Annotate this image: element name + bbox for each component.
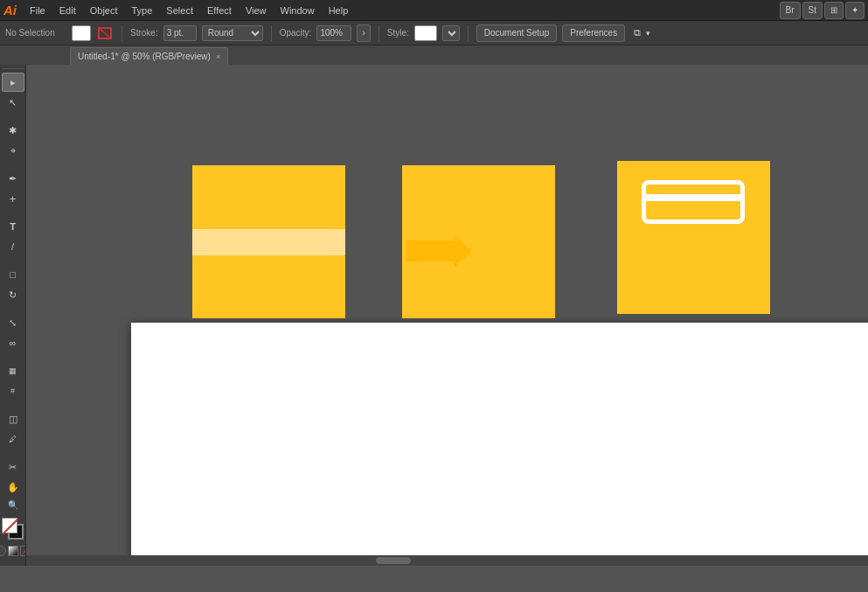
stroke-label: Stroke:: [130, 28, 158, 38]
menu-help[interactable]: Help: [323, 3, 355, 17]
menu-object[interactable]: Object: [84, 3, 124, 17]
sep4: [468, 25, 469, 41]
selection-tools: ▸ ↖: [2, 73, 24, 112]
blend-tool[interactable]: ∞: [2, 333, 24, 352]
menu-view[interactable]: View: [240, 3, 273, 17]
arrow-head: [455, 235, 472, 267]
opacity-expand-btn[interactable]: ›: [357, 24, 370, 42]
menubar: Ai File Edit Object Type Select Effect V…: [0, 0, 868, 21]
no-selection-label: No Selection: [5, 28, 66, 38]
menu-file[interactable]: File: [24, 3, 52, 17]
horizontal-scrollbar[interactable]: [26, 555, 868, 566]
add-anchor-tool[interactable]: +: [2, 189, 24, 208]
stock-btn[interactable]: St: [802, 2, 823, 19]
pen-tools: ✒ +: [2, 169, 24, 208]
scissors-tool[interactable]: ✂: [2, 457, 24, 477]
hand-tool[interactable]: ✋: [2, 477, 24, 497]
stroke-icon[interactable]: [96, 25, 114, 41]
gradient-mode-btn[interactable]: [8, 546, 18, 556]
lasso-tool[interactable]: ⌖: [2, 141, 24, 160]
card1-stripe: [192, 229, 345, 255]
rotate-tool[interactable]: ↻: [2, 285, 24, 304]
line-tool[interactable]: /: [2, 237, 24, 256]
transform-tools: ⤡ ∞: [2, 313, 24, 352]
bridge-btn[interactable]: Br: [780, 2, 801, 19]
type-tool[interactable]: T: [2, 217, 24, 236]
mesh-tool[interactable]: #: [2, 381, 24, 400]
graph-tools: ▦ #: [2, 361, 24, 400]
card2-arrow: [406, 235, 472, 267]
opacity-input[interactable]: [316, 25, 351, 41]
main-area: ▸ ↖ ✱ ⌖ ✒ + T / □ ↻ ⤡ ∞ ▦ #: [0, 65, 868, 566]
artboard-tool[interactable]: ⧉: [2, 563, 24, 566]
stroke-type-select[interactable]: Round Miter Bevel: [202, 25, 263, 41]
menu-edit[interactable]: Edit: [53, 3, 82, 17]
color-tools: ◫ 🖊: [2, 409, 24, 449]
svg-line-2: [3, 519, 18, 534]
tab-title: Untitled-1* @ 50% (RGB/Preview): [78, 52, 211, 61]
shape-tools: □ ↻: [2, 265, 24, 304]
fg-swatch[interactable]: [2, 518, 17, 533]
arrange-icon[interactable]: ⧉: [634, 27, 641, 38]
tab-bar: Untitled-1* @ 50% (RGB/Preview) ×: [0, 45, 868, 65]
sep3: [378, 25, 379, 41]
sep1: [122, 25, 122, 41]
document-tab[interactable]: Untitled-1* @ 50% (RGB/Preview) ×: [70, 47, 228, 65]
none-mode-btn[interactable]: [0, 546, 6, 556]
stock-label: St: [809, 5, 816, 15]
menu-window[interactable]: Window: [274, 3, 321, 17]
hscroll-thumb[interactable]: [376, 557, 411, 564]
column-graph-tool[interactable]: ▦: [2, 361, 24, 380]
svg-line-1: [99, 28, 111, 38]
card1[interactable]: [192, 165, 345, 318]
bridge-label: Br: [786, 5, 795, 15]
type-tools: T /: [2, 217, 24, 256]
misc-tools: ✂ ✋: [2, 457, 24, 497]
star-btn[interactable]: ✦: [845, 2, 865, 19]
rectangle-tool[interactable]: □: [2, 265, 24, 284]
card2[interactable]: [402, 165, 555, 318]
properties-toolbar: No Selection Stroke: Round Miter Bevel O…: [0, 21, 868, 45]
color-swatches: [2, 518, 24, 540]
color-mode-buttons: [0, 546, 26, 556]
scale-tool[interactable]: ⤡: [2, 313, 24, 332]
style-select[interactable]: [442, 25, 460, 41]
app-logo: Ai: [3, 3, 17, 17]
ruler-toggle[interactable]: [2, 68, 24, 69]
grid-btn[interactable]: ⊞: [824, 2, 844, 19]
canvas-scroll: [26, 65, 868, 566]
style-label: Style:: [387, 28, 409, 38]
card3-icon-bar: [642, 194, 745, 201]
tab-close-btn[interactable]: ×: [216, 52, 220, 61]
pen-tool[interactable]: ✒: [2, 169, 24, 188]
opacity-label: Opacity:: [280, 28, 312, 38]
color-section: ⧉: [0, 518, 26, 566]
arrange-dropdown[interactable]: ▾: [646, 29, 650, 38]
sep2: [271, 25, 272, 41]
style-swatch[interactable]: [414, 25, 437, 41]
draw-tools: ✱ ⌖: [2, 121, 24, 160]
canvas-area[interactable]: [26, 65, 868, 566]
fill-color-swatch[interactable]: [72, 25, 91, 41]
pattern-mode-btn[interactable]: [20, 546, 27, 556]
document-setup-button[interactable]: Document Setup: [476, 24, 558, 42]
artboard: [131, 323, 868, 566]
tools-panel: ▸ ↖ ✱ ⌖ ✒ + T / □ ↻ ⤡ ∞ ▦ #: [0, 65, 26, 566]
stroke-weight-input[interactable]: [163, 25, 197, 41]
card3-icon-border: [642, 180, 745, 224]
eyedropper-tool[interactable]: 🖊: [2, 429, 24, 449]
magic-wand-tool[interactable]: ✱: [2, 121, 24, 140]
menu-select[interactable]: Select: [160, 3, 199, 17]
menu-effect[interactable]: Effect: [201, 3, 238, 17]
preferences-button[interactable]: Preferences: [562, 24, 625, 42]
menu-type[interactable]: Type: [126, 3, 159, 17]
external-apps: Br St ⊞ ✦: [780, 2, 865, 19]
gradient-tool[interactable]: ◫: [2, 409, 24, 428]
arrow-body: [406, 240, 455, 261]
zoom-tool[interactable]: 🔍: [2, 499, 24, 511]
card3[interactable]: [617, 161, 770, 314]
direct-selection-tool[interactable]: ↖: [2, 93, 24, 112]
selection-tool[interactable]: ▸: [2, 73, 24, 92]
